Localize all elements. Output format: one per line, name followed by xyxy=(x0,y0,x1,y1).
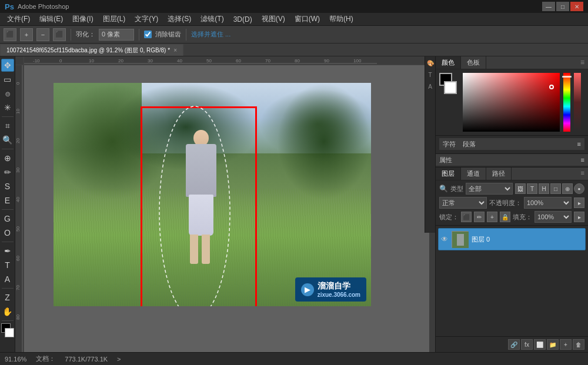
char-tab[interactable]: 字符 xyxy=(443,140,456,149)
mini-btn-2[interactable]: T xyxy=(426,71,435,79)
tool-options-add[interactable]: + xyxy=(20,28,33,41)
menu-view[interactable]: 视图(V) xyxy=(257,13,290,25)
color-spectrum[interactable] xyxy=(463,73,560,132)
layer-item-0[interactable]: 👁 图层 0 xyxy=(438,228,586,250)
gradient-tool[interactable]: G xyxy=(1,212,14,225)
lasso-tool[interactable]: ⌾ xyxy=(1,87,14,100)
antialias-checkbox[interactable] xyxy=(144,31,152,38)
canvas-workspace[interactable]: ▶ 溜溜自学 zixue.3066.com xyxy=(24,65,435,352)
top-ruler: -10 0 10 20 30 40 50 60 70 80 90 100 xyxy=(24,56,435,65)
properties-menu[interactable]: ≡ xyxy=(581,156,584,163)
spot-heal-tool[interactable]: ⊕ xyxy=(1,152,14,165)
color-panel-menu[interactable]: ≡ xyxy=(577,56,588,69)
selection-tool[interactable]: ▭ xyxy=(1,73,14,86)
close-button[interactable]: ✕ xyxy=(570,2,583,11)
brush-tool[interactable]: ✏ xyxy=(1,166,14,179)
mini-btn-1[interactable]: 🎨 xyxy=(426,59,435,67)
new-layer-btn[interactable]: + xyxy=(560,339,572,350)
tab-close-icon[interactable]: × xyxy=(173,47,177,53)
menu-edit[interactable]: 编辑(E) xyxy=(35,13,68,25)
refine-edge-button[interactable]: 选择并遮住 ... xyxy=(191,30,230,39)
layer-icon-shape[interactable]: □ xyxy=(550,183,561,194)
opacity-more-btn[interactable]: ▸ xyxy=(574,197,584,208)
eraser-tool[interactable]: E xyxy=(1,194,14,207)
move-tool[interactable]: ✥ xyxy=(1,59,14,72)
layer-type-select[interactable]: 全部 xyxy=(466,183,513,195)
lock-all-btn[interactable]: 🔒 xyxy=(500,212,510,222)
saturation-slider[interactable] xyxy=(574,73,581,132)
fill-more-btn[interactable]: ▸ xyxy=(574,212,584,222)
pen-tool[interactable]: ✒ xyxy=(1,245,14,257)
brand-url: zixue.3066.com xyxy=(318,292,360,298)
document-tab[interactable]: 1007241548f6525cf115dbacba.jpg @ 91.2% (… xyxy=(0,44,183,56)
link-layers-btn[interactable]: 🔗 xyxy=(508,339,520,350)
tool-options-intersect[interactable]: ⬛ xyxy=(53,28,66,41)
left-ruler: 0 10 20 30 40 50 60 70 80 xyxy=(15,65,24,352)
layer-bottom-buttons: 🔗 fx ⬜ 📁 + 🗑 xyxy=(439,339,584,350)
clone-tool[interactable]: S xyxy=(1,180,14,193)
layer-visibility-icon[interactable]: 👁 xyxy=(441,235,448,243)
mini-btn-3[interactable]: A xyxy=(426,82,435,91)
crop-tool[interactable]: ⌗ xyxy=(1,119,14,132)
para-tab[interactable]: 段落 xyxy=(463,140,476,149)
layer-search-icon[interactable]: 🔍 xyxy=(439,185,448,193)
svg-text:80: 80 xyxy=(15,314,21,320)
svg-text:70: 70 xyxy=(15,285,21,290)
more-arrow[interactable]: > xyxy=(117,356,121,363)
menu-3d[interactable]: 3D(D) xyxy=(229,14,257,25)
add-style-btn[interactable]: fx xyxy=(521,339,533,350)
magic-wand-tool[interactable]: ✳ xyxy=(1,101,14,114)
layer-icon-dot[interactable]: ● xyxy=(574,183,584,194)
layer-icon-smart[interactable]: ⊕ xyxy=(562,183,573,194)
layers-panel-menu[interactable]: ≡ xyxy=(577,168,588,180)
hand-tool[interactable]: ✋ xyxy=(1,305,14,318)
channels-tab[interactable]: 通道 xyxy=(461,168,486,180)
delete-layer-btn[interactable]: 🗑 xyxy=(573,339,584,350)
path-select-tool[interactable]: A xyxy=(1,273,14,286)
type-tool[interactable]: T xyxy=(1,259,14,272)
blend-mode-select[interactable]: 正常 xyxy=(439,197,487,209)
color-tab[interactable]: 颜色 xyxy=(436,56,461,69)
dodge-tool[interactable]: O xyxy=(1,226,14,239)
hue-slider[interactable] xyxy=(563,73,570,132)
new-group-btn[interactable]: 📁 xyxy=(547,339,559,350)
menu-window[interactable]: 窗口(W) xyxy=(290,13,325,25)
tool-options-subtract[interactable]: − xyxy=(36,28,49,41)
lock-transparent-btn[interactable]: ⬛ xyxy=(461,212,472,222)
menu-text[interactable]: 文字(Y) xyxy=(130,13,163,25)
titlebar-controls[interactable]: — □ ✕ xyxy=(542,2,583,11)
background-color[interactable] xyxy=(5,328,14,337)
fill-select[interactable]: 100% xyxy=(534,211,572,223)
paths-tab[interactable]: 路径 xyxy=(486,168,512,180)
menu-layer[interactable]: 图层(L) xyxy=(98,13,131,25)
lock-position-btn[interactable]: + xyxy=(487,212,497,222)
lock-image-btn[interactable]: ✏ xyxy=(474,212,485,222)
feather-input[interactable] xyxy=(99,29,134,41)
menu-image[interactable]: 图像(I) xyxy=(68,13,98,25)
layer-icon-adjust[interactable]: H xyxy=(539,183,549,194)
fg-bg-color-selector[interactable] xyxy=(1,323,14,339)
menu-file[interactable]: 文件(F) xyxy=(2,13,35,25)
tab-name: 1007241548f6525cf115dbacba.jpg @ 91.2% (… xyxy=(6,46,170,55)
layer-icon-image[interactable]: 🖼 xyxy=(515,183,526,194)
opacity-select[interactable]: 100% xyxy=(524,197,572,209)
swatches-tab[interactable]: 色板 xyxy=(461,56,486,69)
zoom-tool[interactable]: Z xyxy=(1,291,14,304)
layers-tab[interactable]: 图层 xyxy=(436,168,461,180)
add-mask-btn[interactable]: ⬜ xyxy=(534,339,546,350)
tool-sep-2 xyxy=(2,149,14,149)
bg-color-swatch[interactable] xyxy=(444,81,457,94)
minimize-button[interactable]: — xyxy=(542,2,555,11)
tree-right xyxy=(277,83,371,200)
maximize-button[interactable]: □ xyxy=(556,2,569,11)
menu-select[interactable]: 选择(S) xyxy=(163,13,196,25)
eyedropper-tool[interactable]: 🔍 xyxy=(1,133,14,146)
titlebar-title: Adobe Photoshop xyxy=(18,3,69,10)
color-picker-area xyxy=(436,69,588,135)
tool-options-new[interactable]: ⬛ xyxy=(4,28,16,41)
layer-icon-text[interactable]: T xyxy=(527,183,537,194)
menu-filter[interactable]: 滤镜(T) xyxy=(196,13,228,25)
canvas-image[interactable]: ▶ 溜溜自学 zixue.3066.com xyxy=(54,83,371,306)
char-panel-menu[interactable]: ≡ xyxy=(577,140,581,148)
menu-help[interactable]: 帮助(H) xyxy=(325,13,358,25)
